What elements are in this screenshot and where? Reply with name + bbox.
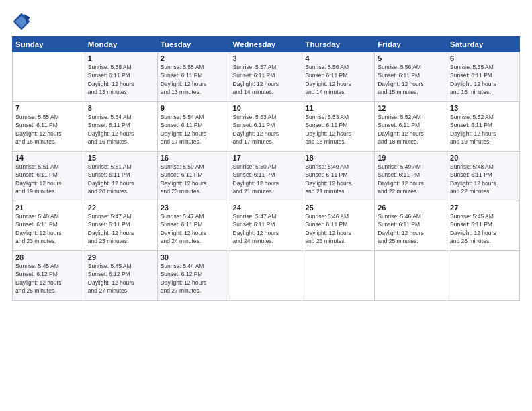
day-number: 17 bbox=[233, 154, 300, 162]
day-info: Sunrise: 5:54 AM Sunset: 6:11 PM Dayligh… bbox=[161, 113, 227, 146]
day-number: 7 bbox=[15, 104, 82, 112]
day-number: 8 bbox=[88, 104, 154, 112]
col-header-wednesday: Wednesday bbox=[230, 37, 302, 52]
calendar-cell: 1Sunrise: 5:58 AM Sunset: 6:11 PM Daylig… bbox=[85, 52, 157, 102]
calendar-table: SundayMondayTuesdayWednesdayThursdayFrid… bbox=[12, 36, 520, 301]
day-number: 3 bbox=[233, 54, 300, 62]
calendar-cell: 5Sunrise: 5:56 AM Sunset: 6:11 PM Daylig… bbox=[375, 52, 447, 102]
calendar-cell: 23Sunrise: 5:47 AM Sunset: 6:11 PM Dayli… bbox=[157, 201, 230, 251]
day-info: Sunrise: 5:46 AM Sunset: 6:11 PM Dayligh… bbox=[305, 212, 371, 245]
calendar-cell: 9Sunrise: 5:54 AM Sunset: 6:11 PM Daylig… bbox=[157, 102, 230, 152]
calendar-cell bbox=[447, 251, 520, 301]
calendar-cell: 7Sunrise: 5:55 AM Sunset: 6:11 PM Daylig… bbox=[13, 102, 85, 152]
day-info: Sunrise: 5:49 AM Sunset: 6:11 PM Dayligh… bbox=[378, 163, 444, 195]
calendar-week-3: 14Sunrise: 5:51 AM Sunset: 6:11 PM Dayli… bbox=[13, 152, 520, 201]
day-number: 9 bbox=[161, 104, 227, 112]
day-number: 12 bbox=[378, 104, 444, 112]
day-number: 11 bbox=[305, 104, 371, 112]
col-header-monday: Monday bbox=[85, 37, 157, 52]
day-info: Sunrise: 5:47 AM Sunset: 6:11 PM Dayligh… bbox=[233, 212, 300, 245]
calendar-cell: 10Sunrise: 5:53 AM Sunset: 6:11 PM Dayli… bbox=[230, 102, 302, 152]
day-info: Sunrise: 5:54 AM Sunset: 6:11 PM Dayligh… bbox=[88, 113, 154, 146]
calendar-cell: 27Sunrise: 5:45 AM Sunset: 6:11 PM Dayli… bbox=[447, 201, 520, 251]
day-info: Sunrise: 5:52 AM Sunset: 6:11 PM Dayligh… bbox=[378, 113, 444, 146]
calendar-cell: 17Sunrise: 5:50 AM Sunset: 6:11 PM Dayli… bbox=[230, 152, 302, 201]
calendar-cell: 12Sunrise: 5:52 AM Sunset: 6:11 PM Dayli… bbox=[375, 102, 447, 152]
day-info: Sunrise: 5:52 AM Sunset: 6:11 PM Dayligh… bbox=[450, 113, 517, 146]
day-number: 6 bbox=[450, 54, 517, 62]
day-info: Sunrise: 5:48 AM Sunset: 6:11 PM Dayligh… bbox=[15, 212, 82, 245]
calendar-cell: 14Sunrise: 5:51 AM Sunset: 6:11 PM Dayli… bbox=[13, 152, 85, 201]
day-number: 2 bbox=[161, 54, 227, 62]
day-info: Sunrise: 5:55 AM Sunset: 6:11 PM Dayligh… bbox=[15, 113, 82, 146]
day-info: Sunrise: 5:58 AM Sunset: 6:11 PM Dayligh… bbox=[161, 63, 227, 96]
day-info: Sunrise: 5:51 AM Sunset: 6:11 PM Dayligh… bbox=[88, 163, 154, 195]
calendar-week-1: 1Sunrise: 5:58 AM Sunset: 6:11 PM Daylig… bbox=[13, 52, 520, 102]
day-info: Sunrise: 5:53 AM Sunset: 6:11 PM Dayligh… bbox=[305, 113, 371, 146]
day-number: 30 bbox=[161, 253, 227, 261]
calendar-cell: 2Sunrise: 5:58 AM Sunset: 6:11 PM Daylig… bbox=[157, 52, 230, 102]
day-number: 21 bbox=[15, 203, 82, 212]
calendar-cell: 15Sunrise: 5:51 AM Sunset: 6:11 PM Dayli… bbox=[85, 152, 157, 201]
calendar-cell: 26Sunrise: 5:46 AM Sunset: 6:11 PM Dayli… bbox=[375, 201, 447, 251]
calendar-cell: 24Sunrise: 5:47 AM Sunset: 6:11 PM Dayli… bbox=[230, 201, 302, 251]
day-info: Sunrise: 5:49 AM Sunset: 6:11 PM Dayligh… bbox=[305, 163, 371, 195]
day-info: Sunrise: 5:50 AM Sunset: 6:11 PM Dayligh… bbox=[161, 163, 227, 195]
calendar-cell: 20Sunrise: 5:48 AM Sunset: 6:11 PM Dayli… bbox=[447, 152, 520, 201]
calendar-cell: 28Sunrise: 5:45 AM Sunset: 6:12 PM Dayli… bbox=[13, 251, 85, 301]
col-header-thursday: Thursday bbox=[302, 37, 375, 52]
col-header-sunday: Sunday bbox=[13, 37, 85, 52]
day-info: Sunrise: 5:57 AM Sunset: 6:11 PM Dayligh… bbox=[233, 63, 300, 96]
day-info: Sunrise: 5:47 AM Sunset: 6:11 PM Dayligh… bbox=[161, 212, 227, 245]
calendar-cell: 29Sunrise: 5:45 AM Sunset: 6:12 PM Dayli… bbox=[85, 251, 157, 301]
day-info: Sunrise: 5:45 AM Sunset: 6:12 PM Dayligh… bbox=[15, 262, 82, 295]
calendar-week-4: 21Sunrise: 5:48 AM Sunset: 6:11 PM Dayli… bbox=[13, 201, 520, 251]
logo-icon bbox=[12, 12, 31, 31]
day-info: Sunrise: 5:48 AM Sunset: 6:11 PM Dayligh… bbox=[450, 163, 517, 195]
day-number: 26 bbox=[378, 203, 444, 212]
day-number: 22 bbox=[88, 203, 154, 212]
day-info: Sunrise: 5:45 AM Sunset: 6:12 PM Dayligh… bbox=[88, 262, 154, 295]
calendar-cell: 8Sunrise: 5:54 AM Sunset: 6:11 PM Daylig… bbox=[85, 102, 157, 152]
day-number: 24 bbox=[233, 203, 300, 212]
day-number: 1 bbox=[88, 54, 154, 62]
day-number: 20 bbox=[450, 154, 517, 162]
col-header-tuesday: Tuesday bbox=[157, 37, 230, 52]
day-number: 10 bbox=[233, 104, 300, 112]
day-info: Sunrise: 5:51 AM Sunset: 6:11 PM Dayligh… bbox=[15, 163, 82, 195]
day-info: Sunrise: 5:56 AM Sunset: 6:11 PM Dayligh… bbox=[305, 63, 371, 96]
calendar-page: SundayMondayTuesdayWednesdayThursdayFrid… bbox=[0, 0, 532, 411]
calendar-cell: 19Sunrise: 5:49 AM Sunset: 6:11 PM Dayli… bbox=[375, 152, 447, 201]
day-info: Sunrise: 5:55 AM Sunset: 6:11 PM Dayligh… bbox=[450, 63, 517, 96]
day-number: 27 bbox=[450, 203, 517, 212]
calendar-cell bbox=[302, 251, 375, 301]
day-info: Sunrise: 5:46 AM Sunset: 6:11 PM Dayligh… bbox=[378, 212, 444, 245]
calendar-cell: 18Sunrise: 5:49 AM Sunset: 6:11 PM Dayli… bbox=[302, 152, 375, 201]
day-number: 29 bbox=[88, 253, 154, 261]
day-info: Sunrise: 5:58 AM Sunset: 6:11 PM Dayligh… bbox=[88, 63, 154, 96]
calendar-week-5: 28Sunrise: 5:45 AM Sunset: 6:12 PM Dayli… bbox=[13, 251, 520, 301]
day-number: 28 bbox=[15, 253, 82, 261]
day-number: 14 bbox=[15, 154, 82, 162]
header bbox=[12, 12, 520, 31]
calendar-cell: 16Sunrise: 5:50 AM Sunset: 6:11 PM Dayli… bbox=[157, 152, 230, 201]
calendar-cell bbox=[13, 52, 85, 102]
day-info: Sunrise: 5:50 AM Sunset: 6:11 PM Dayligh… bbox=[233, 163, 300, 195]
calendar-cell: 13Sunrise: 5:52 AM Sunset: 6:11 PM Dayli… bbox=[447, 102, 520, 152]
day-info: Sunrise: 5:47 AM Sunset: 6:11 PM Dayligh… bbox=[88, 212, 154, 245]
calendar-cell: 25Sunrise: 5:46 AM Sunset: 6:11 PM Dayli… bbox=[302, 201, 375, 251]
header-row: SundayMondayTuesdayWednesdayThursdayFrid… bbox=[13, 37, 520, 52]
calendar-cell: 21Sunrise: 5:48 AM Sunset: 6:11 PM Dayli… bbox=[13, 201, 85, 251]
calendar-cell: 3Sunrise: 5:57 AM Sunset: 6:11 PM Daylig… bbox=[230, 52, 302, 102]
day-number: 25 bbox=[305, 203, 371, 212]
col-header-saturday: Saturday bbox=[447, 37, 520, 52]
day-info: Sunrise: 5:56 AM Sunset: 6:11 PM Dayligh… bbox=[378, 63, 444, 96]
calendar-week-2: 7Sunrise: 5:55 AM Sunset: 6:11 PM Daylig… bbox=[13, 102, 520, 152]
day-number: 13 bbox=[450, 104, 517, 112]
logo bbox=[12, 12, 33, 31]
calendar-cell: 30Sunrise: 5:44 AM Sunset: 6:12 PM Dayli… bbox=[157, 251, 230, 301]
calendar-cell: 11Sunrise: 5:53 AM Sunset: 6:11 PM Dayli… bbox=[302, 102, 375, 152]
calendar-cell: 6Sunrise: 5:55 AM Sunset: 6:11 PM Daylig… bbox=[447, 52, 520, 102]
day-info: Sunrise: 5:53 AM Sunset: 6:11 PM Dayligh… bbox=[233, 113, 300, 146]
day-number: 19 bbox=[378, 154, 444, 162]
